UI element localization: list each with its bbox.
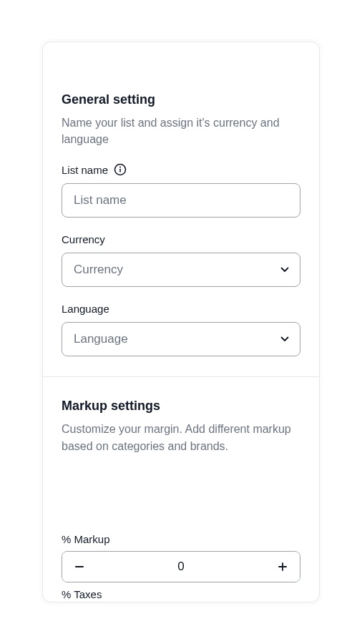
language-label-row: Language [62, 303, 300, 315]
language-select-wrap: Language [62, 322, 300, 356]
currency-select[interactable]: Currency [62, 253, 300, 287]
plus-icon [277, 561, 288, 572]
general-section-description: Name your list and assign it's currency … [62, 114, 300, 147]
svg-rect-2 [119, 169, 121, 172]
markup-decrement-button[interactable] [62, 552, 97, 582]
currency-label-row: Currency [62, 233, 300, 245]
list-name-label: List name [62, 164, 108, 176]
svg-rect-3 [75, 566, 84, 567]
general-section-title: General setting [62, 92, 300, 107]
taxes-percent-label: % Taxes [62, 588, 300, 602]
markup-section-title: Markup settings [62, 399, 300, 414]
list-name-field: List name [62, 163, 300, 218]
language-select[interactable]: Language [62, 322, 300, 356]
spacer [62, 470, 300, 533]
markup-section: Markup settings Customize your margin. A… [43, 377, 319, 602]
svg-rect-5 [282, 562, 283, 571]
settings-card: General setting Name your list and assig… [42, 42, 320, 602]
svg-point-1 [119, 167, 121, 168]
markup-stepper: 0 [62, 551, 300, 582]
currency-label: Currency [62, 233, 105, 245]
currency-select-wrap: Currency [62, 253, 300, 287]
markup-section-description: Customize your margin. Add different mar… [62, 421, 300, 454]
list-name-label-row: List name [62, 163, 300, 176]
info-icon[interactable] [114, 163, 127, 176]
list-name-input[interactable] [62, 183, 300, 218]
markup-increment-button[interactable] [265, 552, 300, 582]
language-label: Language [62, 303, 109, 315]
currency-field: Currency Currency [62, 233, 300, 287]
general-section: General setting Name your list and assig… [43, 42, 319, 376]
markup-percent-label: % Markup [62, 533, 300, 545]
language-field: Language Language [62, 303, 300, 356]
markup-value: 0 [97, 560, 265, 574]
minus-icon [74, 561, 85, 572]
markup-percent-field: % Markup 0 [62, 533, 300, 582]
